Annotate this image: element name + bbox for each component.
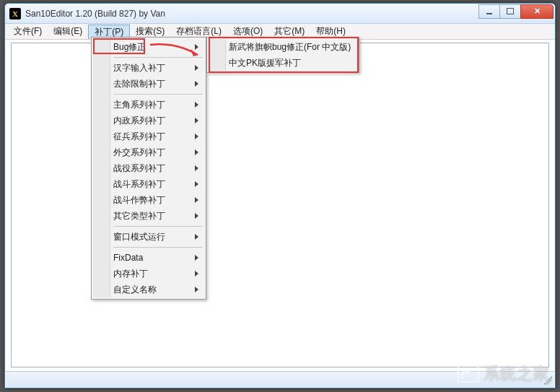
minimize-button[interactable] xyxy=(478,4,500,19)
dropdown-item-label: 其它类型补丁 xyxy=(113,210,165,222)
menu-item[interactable]: 编辑(E) xyxy=(48,24,88,39)
dropdown-item[interactable]: 征兵系列补丁 xyxy=(93,129,204,144)
submenu-arrow-icon xyxy=(195,102,198,108)
maximize-button[interactable] xyxy=(499,4,521,19)
window-controls xyxy=(479,4,554,19)
submenu-arrow-icon xyxy=(195,149,198,155)
dropdown-item-label: 汉字输入补丁 xyxy=(113,62,165,74)
bugfix-submenu[interactable]: 新武将旗帜bug修正(For 中文版)中文PK版援军补丁 xyxy=(206,37,359,73)
dropdown-item-label: 战斗作弊补丁 xyxy=(113,194,165,206)
titlebar[interactable]: X San10Editor 1.20 (Build 827) by Van xyxy=(5,4,555,24)
submenu-arrow-icon xyxy=(195,118,198,123)
submenu-arrow-icon xyxy=(195,287,198,292)
dropdown-item-label: Bug修正 xyxy=(113,41,146,53)
dropdown-item[interactable]: FixData xyxy=(93,250,204,266)
submenu-arrow-icon xyxy=(195,81,198,87)
submenu-arrow-icon xyxy=(195,181,198,187)
dropdown-item-label: 战役系列补丁 xyxy=(113,162,165,175)
dropdown-item-label: 征兵系列补丁 xyxy=(113,131,165,143)
dropdown-item-label: FixData xyxy=(113,253,143,263)
watermark-text: 系统之家 xyxy=(484,363,550,385)
dropdown-item[interactable]: 战斗作弊补丁 xyxy=(93,192,204,208)
submenu-arrow-icon xyxy=(195,165,198,171)
dropdown-item[interactable]: 窗口模式运行 xyxy=(93,229,204,245)
dropdown-item[interactable]: 去除限制补丁 xyxy=(93,76,204,92)
submenu-arrow-icon xyxy=(195,255,198,261)
dropdown-item[interactable]: 战斗系列补丁 xyxy=(93,176,204,192)
dropdown-item-label: 外交系列补丁 xyxy=(113,147,165,159)
dropdown-item[interactable]: 内存补丁 xyxy=(93,266,204,282)
dropdown-item[interactable]: 汉字输入补丁 xyxy=(93,60,204,76)
submenu-arrow-icon xyxy=(195,234,198,240)
submenu-arrow-icon xyxy=(195,197,198,203)
dropdown-item[interactable]: 内政系列补丁 xyxy=(93,113,204,129)
dropdown-item[interactable]: 其它类型补丁 xyxy=(93,208,204,224)
dropdown-item[interactable]: 主角系列补丁 xyxy=(93,97,204,113)
window-title: San10Editor 1.20 (Build 827) by Van xyxy=(25,9,479,19)
patch-dropdown-menu[interactable]: Bug修正汉字输入补丁去除限制补丁主角系列补丁内政系列补丁征兵系列补丁外交系列补… xyxy=(91,37,206,300)
submenu-item[interactable]: 新武将旗帜bug修正(For 中文版) xyxy=(209,39,357,55)
menu-separator xyxy=(113,247,203,248)
watermark: 系统之家 xyxy=(458,363,550,385)
menu-item[interactable]: 文件(F) xyxy=(8,24,48,39)
menu-gutter xyxy=(209,39,226,71)
dropdown-item-label: 内政系列补丁 xyxy=(113,115,165,127)
submenu-arrow-icon xyxy=(195,65,198,71)
submenu-arrow-icon xyxy=(195,271,198,276)
submenu-arrow-icon xyxy=(195,44,198,50)
submenu-arrow-icon xyxy=(195,134,198,139)
app-icon: X xyxy=(9,8,21,19)
dropdown-item-label: 战斗系列补丁 xyxy=(113,178,165,191)
menu-separator xyxy=(113,57,203,58)
dropdown-item-label: 去除限制补丁 xyxy=(113,78,165,90)
dropdown-item-label: 内存补丁 xyxy=(113,268,148,280)
dropdown-item-label: 窗口模式运行 xyxy=(113,231,165,243)
submenu-arrow-icon xyxy=(195,213,198,219)
menu-separator xyxy=(113,94,203,95)
watermark-logo-icon xyxy=(458,365,479,383)
close-button[interactable] xyxy=(520,4,554,19)
submenu-item[interactable]: 中文PK版援军补丁 xyxy=(209,55,357,71)
dropdown-item[interactable]: 自定义名称 xyxy=(93,282,204,297)
dropdown-item-label: 主角系列补丁 xyxy=(113,99,165,111)
dropdown-item[interactable]: Bug修正 xyxy=(93,39,204,55)
menu-separator xyxy=(113,226,203,227)
dropdown-item[interactable]: 外交系列补丁 xyxy=(93,144,204,160)
dropdown-item-label: 自定义名称 xyxy=(113,284,157,296)
dropdown-item[interactable]: 战役系列补丁 xyxy=(93,160,204,176)
